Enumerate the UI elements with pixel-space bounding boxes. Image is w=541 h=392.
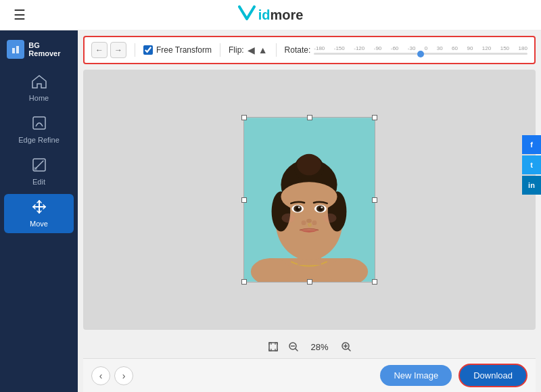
- zoom-in-button[interactable]: [339, 339, 354, 354]
- next-button[interactable]: ›: [114, 366, 133, 385]
- menu-icon[interactable]: ☰: [14, 7, 26, 23]
- handle-middle-left[interactable]: [241, 197, 247, 203]
- free-transform-area: Free Transform: [143, 45, 212, 55]
- flip-vertical-button[interactable]: ▲: [258, 45, 268, 55]
- rotate-label: Rotate:: [285, 45, 311, 55]
- zoom-bar: 28%: [83, 335, 536, 358]
- handle-bottom-left[interactable]: [241, 279, 247, 285]
- zoom-fit-button[interactable]: [266, 339, 281, 354]
- canvas-area: [83, 70, 536, 330]
- left-sidebar: BG Remover Home Edge Refine: [0, 30, 78, 392]
- bottom-bar: ‹ › New Image Download: [83, 358, 536, 392]
- handle-top-left[interactable]: [241, 115, 247, 120]
- toolbar-nav: ← →: [91, 42, 126, 58]
- sidebar-item-home[interactable]: Home: [4, 70, 74, 107]
- flip-label: Flip:: [229, 45, 244, 55]
- toolbar-divider-1: [135, 43, 135, 57]
- sidebar-item-edit[interactable]: Edit: [4, 152, 74, 191]
- content-area: ← → Free Transform Flip: ◀ ▲ Rotate:: [78, 30, 541, 392]
- svg-point-29: [312, 220, 316, 225]
- edit-icon: [32, 157, 47, 176]
- svg-rect-33: [269, 343, 277, 351]
- facebook-button[interactable]: f: [522, 135, 541, 154]
- sidebar-item-move[interactable]: Move: [4, 194, 74, 233]
- sidebar-header: BG Remover: [0, 36, 78, 63]
- header: ☰ idmore: [0, 0, 541, 30]
- sidebar-logo-text: BG Remover: [28, 41, 71, 57]
- svg-rect-5: [34, 167, 37, 170]
- undo-button[interactable]: ←: [91, 42, 108, 58]
- handle-bottom-right[interactable]: [372, 279, 377, 285]
- handle-bottom-middle[interactable]: [307, 279, 312, 285]
- sidebar-edit-label: Edit: [32, 178, 45, 186]
- linkedin-button[interactable]: in: [522, 176, 541, 195]
- svg-point-26: [321, 206, 323, 208]
- sidebar-edge-refine-label: Edge Refine: [18, 136, 60, 144]
- new-image-button[interactable]: New Image: [380, 365, 452, 386]
- portrait-image: [244, 118, 375, 282]
- free-transform-label: Free Transform: [156, 45, 212, 55]
- prev-button[interactable]: ‹: [91, 366, 110, 385]
- svg-point-28: [302, 220, 306, 225]
- toolbar-divider-3: [276, 43, 277, 57]
- rotate-area: Rotate: -180-150-120-90-60-3003060901201…: [285, 43, 527, 57]
- image-container[interactable]: [243, 117, 375, 283]
- handle-middle-right[interactable]: [372, 197, 377, 203]
- svg-point-15: [297, 154, 321, 176]
- svg-rect-2: [16, 46, 19, 53]
- main-layout: BG Remover Home Edge Refine: [0, 30, 541, 392]
- free-transform-checkbox[interactable]: [143, 45, 153, 55]
- svg-rect-1: [12, 48, 15, 53]
- bottom-actions: New Image Download: [380, 364, 527, 387]
- home-icon: [32, 75, 47, 92]
- redo-button[interactable]: →: [110, 42, 126, 58]
- flip-area: Flip: ◀ ▲: [229, 45, 268, 55]
- twitter-button[interactable]: t: [522, 155, 541, 174]
- flip-horizontal-button[interactable]: ◀: [248, 45, 255, 55]
- handle-top-right[interactable]: [372, 115, 377, 120]
- zoom-level: 28%: [306, 342, 333, 352]
- handle-top-middle[interactable]: [307, 115, 312, 120]
- logo: idmore: [238, 5, 304, 24]
- bottom-navigation: ‹ ›: [91, 366, 133, 385]
- svg-point-27: [306, 219, 312, 223]
- rotate-slider[interactable]: -180-150-120-90-60-300306090120150180: [314, 43, 527, 57]
- svg-point-31: [281, 214, 295, 223]
- sidebar-home-label: Home: [29, 94, 49, 102]
- edge-refine-icon: [32, 116, 47, 134]
- svg-point-18: [281, 182, 337, 212]
- download-button[interactable]: Download: [458, 364, 527, 387]
- sidebar-item-edge-refine[interactable]: Edge Refine: [4, 110, 74, 149]
- social-sidebar: f t in: [522, 135, 541, 195]
- svg-point-32: [323, 214, 337, 223]
- logo-text: idmore: [258, 7, 304, 23]
- sidebar-logo-icon: [7, 40, 24, 59]
- toolbar-divider-2: [220, 43, 220, 57]
- move-icon: [32, 199, 47, 218]
- logo-v-icon: [238, 5, 256, 24]
- toolbar: ← → Free Transform Flip: ◀ ▲ Rotate:: [83, 36, 536, 64]
- zoom-out-button[interactable]: [286, 339, 301, 354]
- svg-point-25: [298, 206, 300, 208]
- sidebar-move-label: Move: [30, 220, 48, 228]
